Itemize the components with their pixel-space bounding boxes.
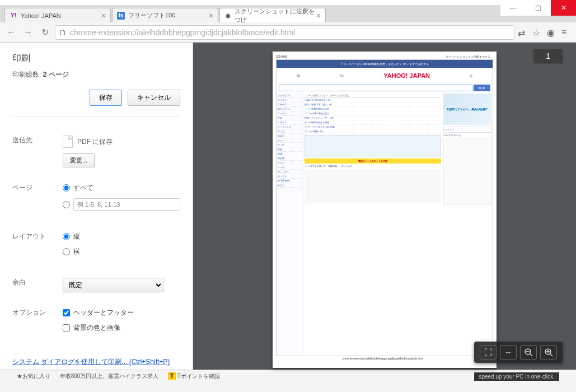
preview-toolbar: ⛶ ↔ xyxy=(474,342,563,363)
tab-close-icon[interactable]: × xyxy=(101,11,106,20)
reload-button[interactable]: ↻ xyxy=(38,26,51,39)
print-sidebar: 印刷 印刷総数: 2 ページ 保存 キャンセル 送信先 PDF に保存 変更..… xyxy=(0,43,193,370)
preview-sidebar-services: ショッピングヤフオク!LOHACO旅行, ホテルニュース天気スポーツファイナンス… xyxy=(277,92,303,356)
forward-button[interactable]: → xyxy=(21,26,35,39)
tab-yahoo[interactable]: Y! Yahoo! JAPAN × xyxy=(4,8,111,22)
change-destination-button[interactable]: 変更... xyxy=(63,153,95,167)
tab-label: フリーソフト100 xyxy=(128,11,175,20)
extension-icon[interactable]: ◉ xyxy=(547,27,557,38)
pages-label: ページ xyxy=(12,183,63,216)
page-icon: 🗋 xyxy=(59,28,67,37)
tab-label: Yahoo! JAPAN xyxy=(21,12,61,19)
preview-login-head: ログイン xyxy=(443,127,491,133)
destination-label: 送信先 xyxy=(12,136,63,167)
bottom-tooltip: speed up your PC in one-click. xyxy=(474,372,559,381)
save-button[interactable]: 保存 xyxy=(90,90,122,106)
preview-page-1: 2014/8/8 スクリーンショットに注釈をつける。 アドレスバーからYahoo… xyxy=(273,52,497,368)
print-title: 印刷 xyxy=(12,53,180,64)
options-label: オプション xyxy=(12,308,63,338)
fs-favicon-icon: fs xyxy=(117,12,125,20)
layout-landscape-label: 横 xyxy=(73,247,80,256)
headers-footers-checkbox[interactable] xyxy=(63,309,70,316)
translate-icon[interactable]: ⇄ xyxy=(518,27,528,38)
tab-close-icon[interactable]: × xyxy=(316,11,321,20)
bottom-snippet-2: Tポイントを確認 xyxy=(177,373,220,379)
browser-toolbar: ← → ↻ 🗋 chrome-extension://alelhddbbhepg… xyxy=(0,22,576,43)
page-bottom-peek: ★お気に入り 年収800万円以上。厳選ハイクラス求人 T Tポイントを確認 sp… xyxy=(0,370,576,392)
bookmarks-label[interactable]: ★お気に入り xyxy=(17,373,50,379)
url-text: chrome-extension://alelhddbbhepgpmgidjdc… xyxy=(70,28,295,37)
preview-mid-banner: 電話もメールもネットも快適 xyxy=(305,158,441,164)
margins-label: 余白 xyxy=(12,278,63,292)
preview-header-title: スクリーンショットに注釈をつける。 xyxy=(446,55,493,58)
fit-width-button[interactable]: ↔ xyxy=(500,345,517,360)
tab-screenshot[interactable]: ◉ スクリーンショットに注釈をつけ × xyxy=(219,8,326,22)
address-bar[interactable]: 🗋 chrome-extension://alelhddbbhepgpmgidj… xyxy=(55,25,514,40)
layout-portrait-label: 縦 xyxy=(73,232,80,241)
bottom-snippet-1: 年収800万円以上。厳選ハイクラス求人 xyxy=(60,373,159,379)
preview-ad-box: 8週間でアトピー、鼻炎が改善!? xyxy=(443,94,491,125)
menu-icon[interactable]: ≡ xyxy=(561,27,572,38)
svg-line-1 xyxy=(530,354,532,356)
preview-search-button: 検 索 xyxy=(474,85,490,91)
titlebar xyxy=(0,0,576,6)
tab-freesoft[interactable]: fs フリーソフト100 × xyxy=(112,8,218,22)
svg-line-4 xyxy=(550,354,552,356)
window-close-button[interactable]: ✕ xyxy=(551,0,576,16)
ext-favicon-icon: ◉ xyxy=(224,12,231,20)
cancel-button[interactable]: キャンセル xyxy=(128,90,180,106)
back-button[interactable]: ← xyxy=(4,26,18,39)
pages-range-input[interactable] xyxy=(73,198,180,211)
tab-strip: Y! Yahoo! JAPAN × fs フリーソフト100 × ◉ スクリーン… xyxy=(0,6,576,22)
fit-page-button[interactable]: ⛶ xyxy=(480,345,497,360)
tab-close-icon[interactable]: × xyxy=(209,11,213,20)
print-preview-area: 1 2014/8/8 スクリーンショットに注釈をつける。 アドレスバーからYah… xyxy=(193,43,576,370)
zoom-out-button[interactable] xyxy=(520,345,537,360)
background-checkbox[interactable] xyxy=(63,324,70,332)
preview-yahoo-banner: アドレスバーからYahoo!検索を利用しませんか？ ★ いますぐ設定する xyxy=(277,60,493,68)
preview-footer-url: chrome-extension://alelhddbbhepgpmgidjdc… xyxy=(343,357,423,360)
preview-date: 2014年8月8日(金) xyxy=(443,134,491,137)
pdf-doc-icon xyxy=(63,136,73,148)
yahoo-favicon-icon: Y! xyxy=(10,12,17,20)
preview-search-input xyxy=(279,85,472,91)
preview-yahoo-logo: YAHOO! JAPAN xyxy=(384,72,430,79)
pages-all-label: すべて xyxy=(73,183,93,193)
preview-feature-text: いつまでも仲良しで「夫婦円満」っていいね？ xyxy=(305,164,441,169)
page-indicator: 1 xyxy=(533,49,563,63)
pages-range-radio[interactable] xyxy=(63,201,70,208)
preview-news-list: 台風11号 西日本あす上陸へ東海・近畿 非常に激しい雨イラク首都で緊迫の治安ソニ… xyxy=(305,98,441,134)
bookmark-star-icon[interactable]: ☆ xyxy=(532,27,542,38)
pages-all-radio[interactable] xyxy=(63,184,70,192)
preview-header-date: 2014/8/8 xyxy=(276,55,287,58)
margins-select[interactable]: 既定 xyxy=(63,278,163,292)
destination-value: PDF に保存 xyxy=(77,137,113,147)
tab-label: スクリーンショットに注釈をつけ xyxy=(235,7,316,24)
print-total-pages: 印刷総数: 2 ページ xyxy=(12,70,180,80)
preview-news-tabs: ニュース 経済 エンタメ スポーツ もっと見る xyxy=(305,94,441,98)
layout-portrait-radio[interactable] xyxy=(63,233,70,240)
system-dialog-link[interactable]: システム ダイアログを使用して印刷... (Ctrl+Shift+P) xyxy=(12,357,180,367)
layout-label: レイアウト xyxy=(12,232,63,262)
layout-landscape-radio[interactable] xyxy=(63,248,70,255)
zoom-in-button[interactable] xyxy=(540,345,557,360)
background-label: 背景の色と画像 xyxy=(73,323,120,333)
headers-footers-label: ヘッダーとフッター xyxy=(73,308,134,318)
window-minimize-button[interactable]: — xyxy=(500,0,526,16)
window-maximize-button[interactable]: ▢ xyxy=(526,0,551,16)
